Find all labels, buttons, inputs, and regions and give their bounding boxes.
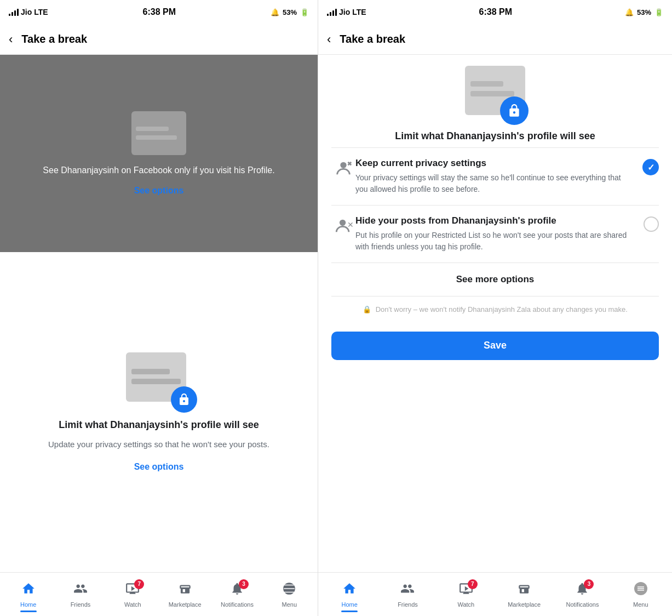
left-dim-see-options[interactable]: See options [134, 186, 184, 196]
right-back-button[interactable]: ‹ [327, 32, 331, 47]
right-battery-label: 53% [637, 8, 651, 16]
right-status-icons: 🔔 53% 🔋 [625, 8, 663, 16]
hide-posts-person-icon: ✕ [334, 216, 353, 235]
right-nav-friends[interactable]: Friends [378, 577, 436, 612]
network-label: LTE [34, 8, 48, 16]
hide-posts-control[interactable] [635, 215, 659, 232]
right-nav-notifications-label: Notifications [566, 601, 599, 608]
left-nav-header: ‹ Take a break [0, 24, 318, 55]
right-signal-bars-icon [327, 8, 337, 16]
home-icon [21, 581, 36, 599]
left-status-bar: Jio LTE 6:38 PM 🔔 53% 🔋 [0, 0, 318, 24]
lock-circle-icon [171, 386, 197, 413]
doc-line-1 [470, 81, 503, 87]
option-keep-current[interactable]: Keep current privacy settings Your priva… [331, 147, 659, 205]
lock-icon [177, 393, 191, 406]
left-nav-watch[interactable]: 7 Watch [107, 577, 159, 612]
notifications-badge: 3 [239, 579, 249, 589]
right-illustration-wrapper [331, 66, 659, 121]
keep-current-desc: Your privacy settings will stay the same… [355, 172, 635, 195]
right-nav-notifications[interactable]: 3 Notifications [553, 577, 611, 612]
privacy-lock-icon: 🔒 [363, 305, 371, 313]
right-lock-circle-icon [500, 96, 529, 125]
right-bottom-nav: Home Friends 7 Watch Marketplace 3 [318, 572, 672, 616]
watch-icon: 7 [125, 581, 140, 599]
right-home-icon [342, 581, 357, 599]
hide-posts-title: Hide your posts from Dhananjaysinh's pro… [355, 215, 635, 226]
right-carrier: Jio LTE [327, 8, 366, 16]
carrier-label: Jio [21, 8, 32, 16]
left-nav-marketplace[interactable]: Marketplace [159, 577, 211, 612]
battery-icon: 🔋 [300, 8, 309, 16]
left-nav-home[interactable]: Home [2, 577, 54, 612]
left-nav-watch-label: Watch [124, 601, 141, 608]
right-nav-marketplace-label: Marketplace [508, 601, 541, 608]
right-carrier-label: Jio [339, 8, 350, 16]
left-dim-section: See Dhananjaysinh on Facebook only if yo… [0, 55, 318, 252]
right-friends-icon [400, 581, 415, 599]
right-watch-badge: 7 [468, 579, 478, 589]
right-panel: Jio LTE 6:38 PM 🔔 53% 🔋 ‹ Take a break [318, 0, 672, 616]
menu-icon [282, 581, 296, 599]
svg-point-1 [340, 162, 346, 168]
svg-text:✕: ✕ [347, 220, 353, 229]
alarm-icon: 🔔 [271, 8, 279, 16]
left-carrier: Jio LTE [9, 8, 48, 16]
svg-point-4 [340, 220, 346, 226]
right-nav-menu[interactable]: Menu [612, 577, 670, 612]
left-nav-marketplace-label: Marketplace [169, 601, 202, 608]
right-nav-home[interactable]: Home [320, 577, 378, 612]
keep-current-person-icon [334, 159, 353, 178]
doc-line-2 [470, 91, 514, 96]
dim-section-text: See Dhananjaysinh on Facebook only if yo… [43, 164, 274, 177]
left-nav-menu[interactable]: Menu [263, 577, 315, 612]
watch-badge: 7 [134, 579, 144, 589]
left-nav-menu-label: Menu [282, 601, 297, 608]
left-nav-home-label: Home [20, 601, 36, 608]
right-battery-icon: 🔋 [654, 8, 663, 16]
left-nav-notifications-label: Notifications [221, 601, 254, 608]
right-nav-watch-label: Watch [457, 601, 474, 608]
right-status-icons: 🔔 53% 🔋 [271, 8, 309, 16]
signal-bars-icon [9, 8, 19, 16]
option-hide-posts[interactable]: ✕ Hide your posts from Dhananjaysinh's p… [331, 205, 659, 263]
right-nav-marketplace[interactable]: Marketplace [495, 577, 553, 612]
left-bottom-nav: Home Friends 7 Watch Marketplace 3 [0, 572, 318, 616]
right-nav-home-label: Home [341, 601, 357, 608]
left-card-section: Limit what Dhananjaysinh's profile will … [0, 252, 318, 572]
see-more-options-button[interactable]: See more options [331, 263, 659, 296]
left-back-button[interactable]: ‹ [9, 32, 13, 47]
right-lock-icon [507, 104, 521, 118]
battery-label: 53% [283, 8, 297, 16]
hide-posts-icon-area: ✕ [331, 215, 355, 235]
left-illustration [126, 352, 192, 407]
left-nav-friends[interactable]: Friends [54, 577, 106, 612]
right-network-label: LTE [352, 8, 366, 16]
left-nav-notifications[interactable]: 3 Notifications [211, 577, 263, 612]
left-nav-friends-label: Friends [71, 601, 91, 608]
right-illustration [465, 66, 525, 121]
notifications-icon: 3 [230, 581, 244, 599]
hide-posts-text: Hide your posts from Dhananjaysinh's pro… [355, 215, 635, 253]
right-notifications-badge: 3 [584, 579, 594, 589]
save-button[interactable]: Save [331, 332, 659, 360]
privacy-notice-text: Don't worry – we won't notify Dhananjays… [376, 305, 628, 313]
right-page-title: Take a break [340, 33, 405, 45]
left-card-subtitle: Update your privacy settings so that he … [48, 438, 269, 451]
right-marketplace-icon [517, 581, 531, 599]
left-card-see-options[interactable]: See options [134, 462, 184, 472]
keep-current-title: Keep current privacy settings [355, 158, 635, 169]
left-card-title: Limit what Dhananjaysinh's profile will … [59, 418, 259, 432]
right-nav-watch[interactable]: 7 Watch [437, 577, 495, 612]
right-nav-header: ‹ Take a break [318, 24, 672, 55]
left-page-title: Take a break [21, 33, 87, 45]
right-nav-friends-label: Friends [398, 601, 418, 608]
keep-current-icon-area [331, 158, 355, 178]
keep-current-control[interactable] [635, 158, 659, 175]
right-nav-menu-label: Menu [633, 601, 648, 608]
right-content-area: Limit what Dhananjaysinh's profile will … [318, 55, 672, 572]
right-menu-icon [634, 581, 648, 599]
time-label: 6:38 PM [143, 7, 176, 17]
keep-current-checkmark [642, 159, 659, 175]
keep-current-text: Keep current privacy settings Your priva… [355, 158, 635, 195]
